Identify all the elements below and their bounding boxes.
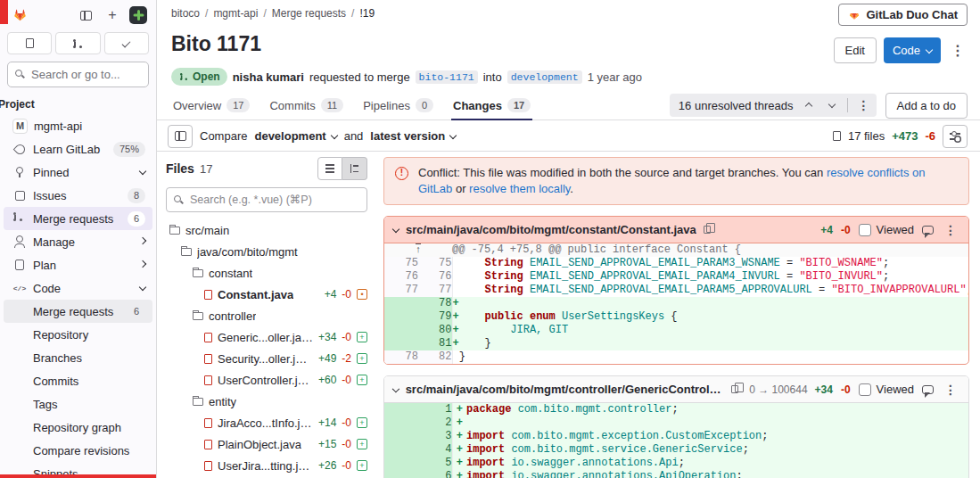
sidebar-item-compare-revisions[interactable]: Compare revisions — [4, 439, 152, 462]
global-search-input[interactable] — [7, 62, 149, 87]
viewed-toggle[interactable]: Viewed — [859, 223, 914, 236]
target-branch-link[interactable]: development — [507, 70, 582, 84]
new-line-number[interactable]: 82 — [418, 350, 452, 364]
new-line-number[interactable]: 5 — [418, 457, 452, 470]
new-line-number[interactable]: 77 — [418, 284, 452, 297]
sidebar-item-branches[interactable]: Branches — [4, 346, 152, 369]
copy-path-icon[interactable] — [704, 226, 711, 234]
source-version-dropdown[interactable]: latest version — [370, 129, 456, 143]
target-version-dropdown[interactable]: development — [254, 129, 336, 143]
old-line-number[interactable] — [384, 457, 418, 470]
breadcrumb-item-mgmt-api[interactable]: mgmt-api — [213, 7, 258, 20]
code-dropdown-button[interactable]: Code — [884, 37, 941, 63]
old-line-number[interactable]: 76 — [384, 270, 418, 284]
tab-overview[interactable]: Overview17 — [171, 91, 251, 120]
tree-folder-controller[interactable]: controller — [166, 305, 367, 326]
user-avatar[interactable] — [129, 6, 147, 24]
new-line-number[interactable]: 80 — [418, 324, 452, 337]
new-line-number[interactable]: 79 — [418, 310, 452, 324]
new-line-number[interactable]: 2 — [418, 416, 452, 430]
edit-button[interactable]: Edit — [834, 37, 877, 63]
old-line-number[interactable] — [384, 403, 418, 416]
tab-pipelines[interactable]: Pipelines0 — [361, 91, 435, 120]
copy-path-icon[interactable] — [731, 385, 738, 393]
sidebar-item-mgmt-api[interactable]: Mmgmt-api — [4, 114, 152, 137]
gitlab-logo-icon[interactable] — [12, 8, 28, 22]
new-line-number[interactable]: 75 — [418, 257, 452, 270]
create-new-button[interactable]: + — [103, 5, 122, 25]
sidebar-item-merge-requests[interactable]: Merge requests6 — [4, 300, 152, 323]
old-line-number[interactable] — [384, 470, 418, 478]
sidebar-item-tags[interactable]: Tags — [4, 392, 152, 416]
old-line-number[interactable] — [384, 310, 418, 324]
viewed-checkbox[interactable] — [859, 224, 871, 236]
collapse-file-chevron-icon[interactable] — [392, 225, 399, 232]
old-line-number[interactable] — [384, 337, 418, 350]
old-line-number[interactable]: 75 — [384, 257, 418, 270]
new-line-number[interactable]: 3 — [418, 430, 452, 443]
tree-file-userjira-tting-java[interactable]: UserJira...tting.java+26-0+ — [166, 455, 367, 476]
tab-commits[interactable]: Commits11 — [268, 91, 345, 120]
old-line-number[interactable] — [384, 297, 418, 310]
sidebar-item-commits[interactable]: Commits — [4, 369, 152, 392]
diff-settings-button[interactable] — [943, 125, 968, 148]
new-line-number[interactable]: 6 — [418, 470, 452, 478]
new-line-number[interactable]: 1 — [418, 403, 452, 416]
tree-file-security-oller-java[interactable]: Security...oller.java+49-2+ — [166, 348, 367, 369]
conflict-resolve-link[interactable]: resolve them locally — [469, 182, 570, 195]
tree-view-button[interactable] — [342, 157, 367, 180]
add-todo-button[interactable]: Add a to do — [885, 93, 968, 119]
todo-list-button[interactable] — [104, 32, 149, 54]
sidebar-item-pinned[interactable]: Pinned — [4, 161, 152, 184]
breadcrumb-item-merge-requests[interactable]: Merge requests — [272, 7, 346, 20]
previous-thread-button[interactable] — [801, 95, 817, 115]
file-options-kebab[interactable]: ⋮ — [942, 224, 959, 236]
tab-changes[interactable]: Changes17 — [451, 91, 532, 120]
comment-icon[interactable] — [922, 226, 934, 235]
sidebar-item-merge-requests[interactable]: Merge requests6 — [4, 207, 152, 230]
old-line-number[interactable] — [384, 430, 418, 443]
sidebar-item-plan[interactable]: Plan — [4, 253, 152, 276]
tree-file-usercontroller-java[interactable]: UserController.java+60-0+ — [166, 369, 367, 391]
old-line-number[interactable] — [384, 443, 418, 457]
new-line-number[interactable]: 76 — [418, 270, 452, 284]
old-line-number[interactable]: 77 — [384, 284, 418, 297]
author-name[interactable]: nisha kumari — [233, 70, 304, 84]
more-actions-kebab[interactable]: ⋮ — [948, 44, 968, 58]
old-line-number[interactable] — [384, 416, 418, 430]
tree-file-jiraacco-tinfo-java[interactable]: JiraAcco...tInfo.java+14-0+ — [166, 412, 367, 433]
expand-lines-button[interactable]: ↑ — [384, 243, 452, 257]
collapse-sidebar-button[interactable] — [76, 5, 95, 25]
merge-requests-shortcut-button[interactable] — [55, 32, 100, 54]
sidebar-item-repository[interactable]: Repository — [4, 323, 152, 346]
tree-file-plainobject-java[interactable]: PlainObject.java+15-0+ — [166, 433, 367, 455]
new-line-number[interactable]: 78 — [418, 297, 452, 310]
toggle-file-browser-button[interactable] — [168, 125, 193, 148]
tree-file-constant-java[interactable]: Constant.java+4-0• — [166, 284, 367, 305]
sidebar-item-code[interactable]: Code — [4, 276, 152, 300]
tree-file-generic-oller-java[interactable]: Generic...oller.java+34-0+ — [166, 326, 367, 348]
sidebar-item-issues[interactable]: Issues8 — [4, 184, 152, 207]
new-line-number[interactable]: 81 — [418, 337, 452, 350]
tree-folder-java-com-bito-mgmt[interactable]: java/com/bito/mgmt — [166, 241, 367, 262]
viewed-toggle[interactable]: Viewed — [859, 383, 914, 396]
comment-icon[interactable] — [922, 385, 934, 394]
sidebar-item-learn-gitlab[interactable]: Learn GitLab75% — [4, 137, 152, 161]
old-line-number[interactable]: 78 — [384, 350, 418, 364]
old-line-number[interactable] — [384, 324, 418, 337]
breadcrumb-item-bitoco[interactable]: bitoco — [171, 7, 200, 20]
next-thread-button[interactable] — [824, 95, 840, 115]
tree-folder-constant[interactable]: constant — [166, 262, 367, 284]
assigned-issues-button[interactable] — [7, 32, 52, 54]
breadcrumb-item-19[interactable]: !19 — [359, 7, 375, 20]
viewed-checkbox[interactable] — [859, 383, 871, 396]
new-line-number[interactable]: 4 — [418, 443, 452, 457]
sidebar-item-manage[interactable]: Manage — [4, 230, 152, 253]
collapse-file-chevron-icon[interactable] — [392, 384, 399, 391]
source-branch-link[interactable]: bito-1171 — [416, 70, 478, 84]
duo-chat-button[interactable]: GitLab Duo Chat — [838, 4, 968, 26]
tree-folder-entity[interactable]: entity — [166, 391, 367, 412]
file-options-kebab[interactable]: ⋮ — [942, 383, 959, 396]
tree-folder-src-main[interactable]: src/main — [166, 219, 367, 241]
list-view-button[interactable] — [317, 157, 342, 180]
